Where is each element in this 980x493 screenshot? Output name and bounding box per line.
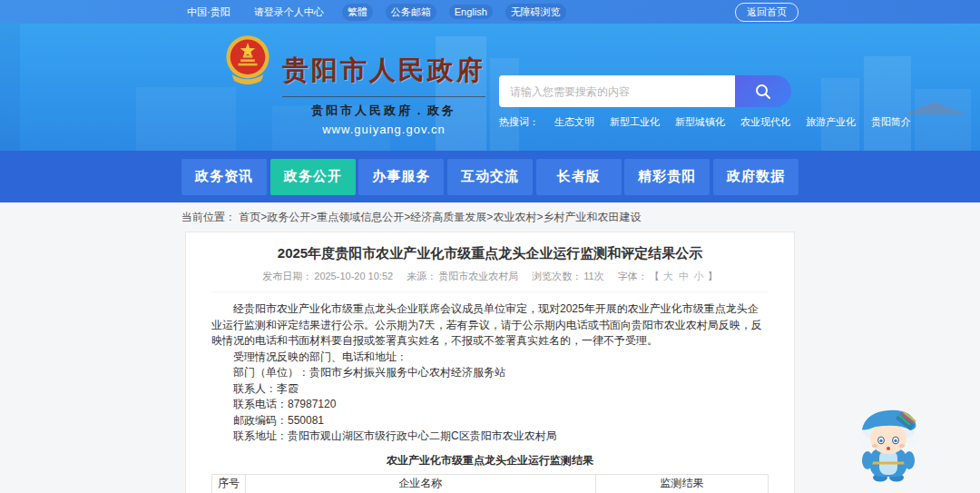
site-subtitle: 贵阳市人民政府．政务 [282,96,485,119]
article-paragraph: 部门（单位）：贵阳市乡村振兴服务中心农村经济服务站 [211,365,769,381]
back-to-home-button[interactable]: 返回首页 [735,3,799,22]
topbar-link[interactable]: 请登录个人中心 [249,4,329,21]
article-card: 2025年度贵阳市农业产业化市级重点龙头企业运行监测和评定结果公示 发布日期：2… [185,232,795,493]
article-paragraph: 联系地址：贵阳市观山湖区市级行政中心二期C区贵阳市农业农村局 [211,429,769,445]
topbar-link[interactable]: 繁體 [342,4,373,21]
search-icon [754,83,772,101]
table-header-cell: 企业名称 [245,474,595,493]
site-url: www.guiyang.gov.cn [282,123,485,136]
views-value: 11次 [583,271,603,281]
hot-search-link[interactable]: 贵阳简介 [871,115,911,129]
article-paragraph: 联系人：李霞 [211,381,769,398]
font-size-small[interactable]: 小 [694,271,704,281]
font-bracket-open: 【 [650,271,660,281]
nav-tab-政务公开[interactable]: 政务公开 [270,159,356,195]
nav-tab-长者版[interactable]: 长者版 [536,159,622,195]
article-body: 经贵阳市农业产业化市级重点龙头企业联席会议成员单位审定，现对2025年开展的农业… [211,301,769,445]
nav-tab-精彩贵阳[interactable]: 精彩贵阳 [624,159,710,195]
search-button[interactable] [735,75,791,107]
article-paragraph: 受理情况反映的部门、电话和地址： [211,350,769,366]
table-header-cell: 序号 [212,474,246,493]
font-size-label: 字体： [618,271,648,281]
views-label: 浏览次数： [532,271,582,281]
search-input[interactable] [499,75,735,107]
topbar-links: 中国·贵阳请登录个人中心繁體公务邮箱English无障碍浏览 [181,4,566,21]
nav-tab-政务资讯[interactable]: 政务资讯 [181,159,267,195]
topbar-link[interactable]: 公务邮箱 [386,4,436,21]
mascot-icon [854,405,923,483]
topbar-link[interactable]: English [449,5,493,19]
article-paragraph: 邮政编码：550081 [211,413,769,429]
breadcrumb-path[interactable]: 首页>政务公开>重点领域信息公开>经济高质量发展>农业农村>乡村产业和农田建设 [239,211,641,223]
hot-search-link[interactable]: 新型城镇化 [675,115,725,129]
site-header-banner: 贵阳市人民政府 贵阳市人民政府．政务 www.guiyang.gov.cn 热搜… [0,24,980,151]
assistant-mascot[interactable] [854,405,923,487]
font-size-large[interactable]: 大 [663,271,673,281]
hot-search-label: 热搜词： [499,115,539,129]
hot-search-link[interactable]: 新型工业化 [610,115,660,129]
article-title: 2025年度贵阳市农业产业化市级重点龙头企业运行监测和评定结果公示 [211,244,769,262]
source-value: 贵阳市农业农村局 [438,271,518,281]
monitoring-result-table: 序号企业名称监测结果 1贵州合力超市采购有限公司合格2贵州友禾种业有限公司合格3… [211,474,769,493]
topbar-link[interactable]: 中国·贵阳 [181,4,236,21]
top-utility-bar: 中国·贵阳请登录个人中心繁體公务邮箱English无障碍浏览 返回首页 [0,0,980,24]
article-paragraph: 联系电话：87987120 [211,397,769,413]
hot-search-link[interactable]: 旅游产业化 [806,115,856,129]
nav-tab-政府数据[interactable]: 政府数据 [713,159,799,195]
source-label: 来源： [407,271,436,281]
nav-tab-办事服务[interactable]: 办事服务 [358,159,444,195]
breadcrumb-label: 当前位置： [181,211,236,223]
main-navigation: 政务资讯政务公开办事服务互动交流长者版精彩贵阳政府数据 [0,151,980,202]
hot-search-link[interactable]: 生态文明 [554,115,594,129]
nav-tab-互动交流[interactable]: 互动交流 [447,159,533,195]
result-table-caption: 农业产业化市级重点龙头企业运行监测结果 [211,453,769,468]
site-logo[interactable]: 贵阳市人民政府 贵阳市人民政府．政务 www.guiyang.gov.cn [222,33,485,136]
breadcrumb: 当前位置： 首页>政务公开>重点领域信息公开>经济高质量发展>农业农村>乡村产业… [181,202,799,232]
site-name: 贵阳市人民政府 [282,53,485,89]
article-meta: 发布日期：2025-10-20 10:52 来源：贵阳市农业农村局 浏览次数：1… [211,270,769,292]
article-paragraph: 经贵阳市农业产业化市级重点龙头企业联席会议成员单位审定，现对2025年开展的农业… [211,301,769,350]
national-emblem-icon [222,33,273,91]
topbar-link[interactable]: 无障碍浏览 [505,4,566,21]
publish-date-value: 2025-10-20 10:52 [314,271,393,281]
hot-search-link[interactable]: 农业现代化 [740,115,790,129]
publish-date-label: 发布日期： [262,271,312,281]
table-header-cell: 监测结果 [595,474,768,493]
font-bracket-close: 】 [708,271,718,281]
hot-search-links: 生态文明新型工业化新型城镇化农业现代化旅游产业化贵阳简介 [554,115,911,129]
font-size-medium[interactable]: 中 [679,271,689,281]
